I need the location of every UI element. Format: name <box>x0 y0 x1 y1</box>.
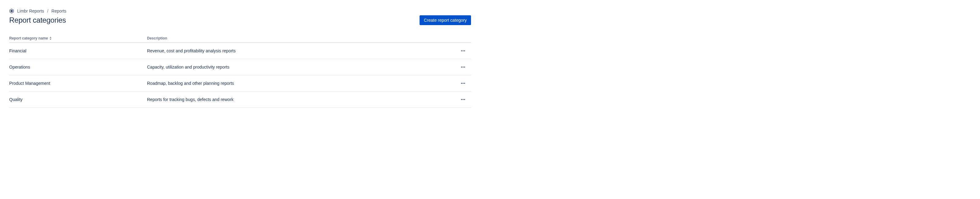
svg-point-5 <box>461 67 462 67</box>
category-description-cell: Reports for tracking bugs, defects and r… <box>147 92 453 108</box>
category-description-cell: Roadmap, backlog and other planning repo… <box>147 75 453 92</box>
more-actions-icon[interactable] <box>458 78 468 88</box>
category-actions-cell <box>453 75 471 92</box>
page-title: Report categories <box>9 16 66 24</box>
category-actions-cell <box>453 59 471 75</box>
category-actions-cell <box>453 92 471 108</box>
category-name-cell: Product Management <box>9 75 147 92</box>
table-row: OperationsCapacity, utilization and prod… <box>9 59 471 75</box>
breadcrumb-separator: / <box>47 9 48 13</box>
table-row: QualityReports for tracking bugs, defect… <box>9 92 471 108</box>
svg-point-7 <box>464 67 465 67</box>
more-actions-icon[interactable] <box>458 46 468 56</box>
category-name-cell: Financial <box>9 43 147 59</box>
svg-point-9 <box>463 83 463 84</box>
column-header-actions <box>453 34 471 43</box>
app-logo-icon <box>9 9 14 13</box>
category-description-cell: Revenue, cost and profitability analysis… <box>147 43 453 59</box>
table-row: FinancialRevenue, cost and profitability… <box>9 43 471 59</box>
sort-icon <box>49 37 52 40</box>
page-header: Report categories Create report category <box>9 15 471 25</box>
svg-point-11 <box>461 99 462 100</box>
category-description-cell: Capacity, utilization and productivity r… <box>147 59 453 75</box>
svg-point-4 <box>464 50 465 51</box>
more-actions-icon[interactable] <box>458 62 468 72</box>
svg-point-3 <box>463 50 463 51</box>
breadcrumb: Limbr Reports / Reports <box>9 9 471 13</box>
create-report-category-button[interactable]: Create report category <box>420 15 471 25</box>
column-header-description[interactable]: Description <box>147 34 453 43</box>
category-name-cell: Quality <box>9 92 147 108</box>
svg-point-10 <box>464 83 465 84</box>
breadcrumb-current-link[interactable]: Reports <box>51 9 67 13</box>
column-header-name-label: Report category name <box>9 36 48 40</box>
svg-point-6 <box>463 67 463 67</box>
more-actions-icon[interactable] <box>458 95 468 104</box>
svg-point-8 <box>461 83 462 84</box>
svg-point-13 <box>464 99 465 100</box>
column-header-name[interactable]: Report category name <box>9 36 52 40</box>
category-actions-cell <box>453 43 471 59</box>
breadcrumb-root-link[interactable]: Limbr Reports <box>17 9 44 13</box>
category-name-cell: Operations <box>9 59 147 75</box>
svg-point-2 <box>461 50 462 51</box>
table-row: Product ManagementRoadmap, backlog and o… <box>9 75 471 92</box>
svg-point-12 <box>463 99 463 100</box>
categories-table: Report category name Description Financi… <box>9 34 471 108</box>
